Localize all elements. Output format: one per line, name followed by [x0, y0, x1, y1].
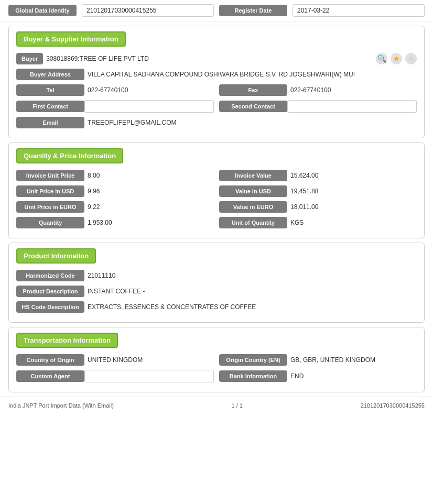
search-icon[interactable]: 🔍 [376, 53, 387, 64]
register-date-label: Register Date [219, 5, 287, 16]
global-data-identity-value: 21012017030000415255 [82, 4, 214, 17]
buyer-address-row: Buyer Address VILLA CAPITAL SADHANA COMP… [16, 69, 417, 80]
footer-bar: India JNPT Port Import Data (With Email)… [0, 397, 433, 414]
country-of-origin-label: Country of Origin [16, 354, 84, 366]
hs-code-description-value: EXTRACTS, ESSENCES & CONCENTRATES OF COF… [84, 301, 417, 313]
bank-information-value: END [287, 370, 417, 382]
product-title: Product Information [16, 248, 96, 264]
fax-label: Fax [219, 84, 287, 96]
first-contact-value[interactable] [84, 100, 214, 113]
home-icon[interactable]: ⌂ [405, 53, 417, 64]
invoice-value-value: 15,624.00 [287, 170, 417, 181]
bank-information-label: Bank Information [219, 370, 287, 382]
custom-agent-col: Custom Agent [16, 370, 214, 382]
buyer-label: Buyer [16, 53, 43, 64]
email-row: Email TREEOFLIFEPL@GMAIL.COM [16, 117, 417, 128]
value-euro-col: Value in EURO 18,011.00 [219, 201, 417, 213]
invoice-unit-price-label: Invoice Unit Price [16, 170, 84, 181]
register-date-value: 2017-03-22 [293, 4, 425, 17]
harmonized-code-label: Harmonized Code [16, 270, 84, 281]
value-euro-value: 18,011.00 [287, 201, 417, 213]
second-contact-label: Second Contact [219, 101, 287, 112]
harmonized-code-value: 21011110 [84, 270, 417, 281]
quantity-row: Quantity 1,953.00 Unit of Quantity KGS [16, 217, 417, 228]
first-contact-label: First Contact [16, 101, 84, 112]
invoice-value-col: Invoice Value 15,624.00 [219, 170, 417, 181]
unit-of-quantity-label: Unit of Quantity [219, 217, 287, 228]
page-wrapper: Global Data Identity 2101201703000041525… [0, 0, 433, 504]
quantity-col: Quantity 1,953.00 [16, 217, 214, 228]
hs-code-description-row: HS Code Description EXTRACTS, ESSENCES &… [16, 301, 417, 313]
unit-price-euro-col: Unit Price in EURO 9.22 [16, 201, 214, 213]
product-section: Product Information Harmonized Code 2101… [8, 243, 425, 323]
euro-row: Unit Price in EURO 9.22 Value in EURO 18… [16, 201, 417, 213]
bank-information-col: Bank Information END [219, 370, 417, 382]
footer-left: India JNPT Port Import Data (With Email) [8, 402, 114, 409]
transportation-title: Transportation Information [16, 333, 118, 348]
transportation-section: Transportation Information Country of Or… [8, 327, 425, 392]
first-contact-col: First Contact [16, 100, 214, 113]
buyer-row: Buyer 308018869:TREE OF LIFE PVT LTD 🔍 ★… [16, 53, 417, 64]
tel-label: Tel [16, 84, 84, 96]
fax-value: 022-67740100 [287, 84, 417, 96]
invoice-unit-price-col: Invoice Unit Price 8.00 [16, 170, 214, 181]
buyer-supplier-title: Buyer & Supplier Information [16, 31, 126, 47]
custom-agent-label: Custom Agent [16, 370, 84, 382]
origin-country-en-col: Origin Country (EN) GB, GBR, UNITED KING… [219, 354, 417, 366]
global-data-identity-label: Global Data Identity [8, 5, 77, 16]
invoice-unit-price-value: 8.00 [84, 170, 214, 181]
global-data-row: Global Data Identity 2101201703000041525… [0, 0, 433, 21]
country-of-origin-col: Country of Origin UNITED KINGDOM [16, 354, 214, 366]
quantity-price-title: Quantity & Price Information [16, 148, 123, 163]
usd-row: Unit Price in USD 9.96 Value in USD 19,4… [16, 185, 417, 197]
email-label: Email [16, 117, 84, 128]
hs-code-description-label: HS Code Description [16, 301, 84, 313]
unit-price-euro-label: Unit Price in EURO [16, 201, 84, 213]
star-icon[interactable]: ★ [391, 53, 402, 64]
footer-right: 21012017030000415255 [361, 402, 425, 409]
buyer-address-label: Buyer Address [16, 69, 84, 80]
quantity-label: Quantity [16, 217, 84, 228]
origin-country-en-value: GB, GBR, UNITED KINGDOM [287, 354, 417, 366]
buyer-address-value: VILLA CAPITAL SADHANA COMPOUND OSHIWARA … [84, 69, 417, 80]
contacts-row: First Contact Second Contact [16, 100, 417, 113]
value-usd-label: Value in USD [219, 185, 287, 197]
second-contact-col: Second Contact [219, 100, 417, 113]
tel-value: 022-67740100 [84, 84, 214, 96]
value-euro-label: Value in EURO [219, 201, 287, 213]
unit-price-usd-col: Unit Price in USD 9.96 [16, 185, 214, 197]
custom-agent-value[interactable] [84, 370, 214, 382]
harmonized-code-row: Harmonized Code 21011110 [16, 270, 417, 281]
value-usd-col: Value in USD 19,451.88 [219, 185, 417, 197]
origin-country-en-label: Origin Country (EN) [219, 354, 287, 366]
unit-of-quantity-col: Unit of Quantity KGS [219, 217, 417, 228]
value-usd-value: 19,451.88 [287, 185, 417, 197]
tel-fax-row: Tel 022-67740100 Fax 022-67740100 [16, 84, 417, 96]
buyer-icons: 🔍 ★ ⌂ [376, 53, 417, 64]
buyer-value: 308018869:TREE OF LIFE PVT LTD [43, 53, 372, 64]
fax-col: Fax 022-67740100 [219, 84, 417, 96]
country-of-origin-value: UNITED KINGDOM [84, 354, 214, 366]
invoice-price-row: Invoice Unit Price 8.00 Invoice Value 15… [16, 170, 417, 181]
buyer-supplier-section: Buyer & Supplier Information Buyer 30801… [8, 26, 425, 138]
country-origin-row: Country of Origin UNITED KINGDOM Origin … [16, 354, 417, 366]
quantity-value: 1,953.00 [84, 217, 214, 228]
second-contact-value[interactable] [287, 100, 417, 113]
email-value: TREEOFLIFEPL@GMAIL.COM [84, 117, 417, 128]
product-description-label: Product Description [16, 286, 84, 297]
unit-price-usd-value: 9.96 [84, 185, 214, 197]
product-description-value: INSTANT COFFEE - [84, 286, 417, 297]
footer-center: 1 / 1 [232, 402, 243, 409]
custom-bank-row: Custom Agent Bank Information END [16, 370, 417, 382]
unit-price-usd-label: Unit Price in USD [16, 185, 84, 197]
invoice-value-label: Invoice Value [219, 170, 287, 181]
tel-col: Tel 022-67740100 [16, 84, 214, 96]
product-description-row: Product Description INSTANT COFFEE - [16, 286, 417, 297]
quantity-price-section: Quantity & Price Information Invoice Uni… [8, 143, 425, 238]
unit-of-quantity-value: KGS [287, 217, 417, 228]
unit-price-euro-value: 9.22 [84, 201, 214, 213]
